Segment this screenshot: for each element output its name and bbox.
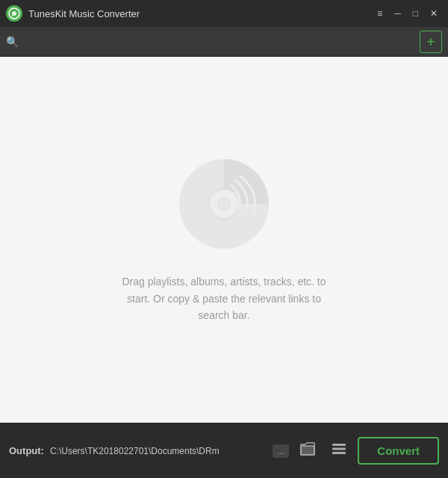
svg-text:♪: ♪ xyxy=(11,10,15,18)
search-input[interactable] xyxy=(23,36,172,47)
app-title: TunesKit Music Converter xyxy=(28,8,140,19)
search-box: 🔍 xyxy=(6,36,172,48)
title-left: ♪ TunesKit Music Converter xyxy=(6,5,140,22)
minimize-btn[interactable]: ─ xyxy=(390,7,405,20)
add-button[interactable]: + xyxy=(420,31,442,53)
title-bar: ♪ TunesKit Music Converter ≡ ─ □ ✕ xyxy=(0,0,448,27)
more-options-btn[interactable]: ... xyxy=(273,444,289,458)
folder-icon xyxy=(299,442,316,456)
folder-icon-btn[interactable] xyxy=(295,439,320,462)
search-icon: 🔍 xyxy=(6,36,19,48)
cd-icon xyxy=(175,155,273,252)
window-controls: ≡ ─ □ ✕ xyxy=(373,7,442,20)
main-content: Drag playlists, albums, artists, tracks,… xyxy=(0,57,448,423)
list-icon xyxy=(331,442,347,456)
placeholder-text: Drag playlists, albums, artists, tracks,… xyxy=(112,273,336,323)
close-btn[interactable]: ✕ xyxy=(426,7,442,20)
svg-rect-7 xyxy=(332,444,346,446)
maximize-btn[interactable]: □ xyxy=(408,7,423,20)
footer: Output: C:\Users\TK2018022701\Documents\… xyxy=(0,423,448,478)
svg-point-6 xyxy=(218,198,230,210)
cd-icon-wrap xyxy=(175,155,273,255)
menu-icon-btn[interactable]: ≡ xyxy=(373,7,387,20)
toolbar: 🔍 + xyxy=(0,27,448,57)
list-icon-btn[interactable] xyxy=(326,439,352,462)
svg-rect-8 xyxy=(332,448,346,450)
convert-button[interactable]: Convert xyxy=(358,437,439,465)
output-path: C:\Users\TK2018022701\Documents\DRm xyxy=(50,446,267,456)
svg-rect-9 xyxy=(332,452,346,454)
output-label: Output: xyxy=(9,445,44,456)
app-logo-icon: ♪ xyxy=(6,5,22,22)
